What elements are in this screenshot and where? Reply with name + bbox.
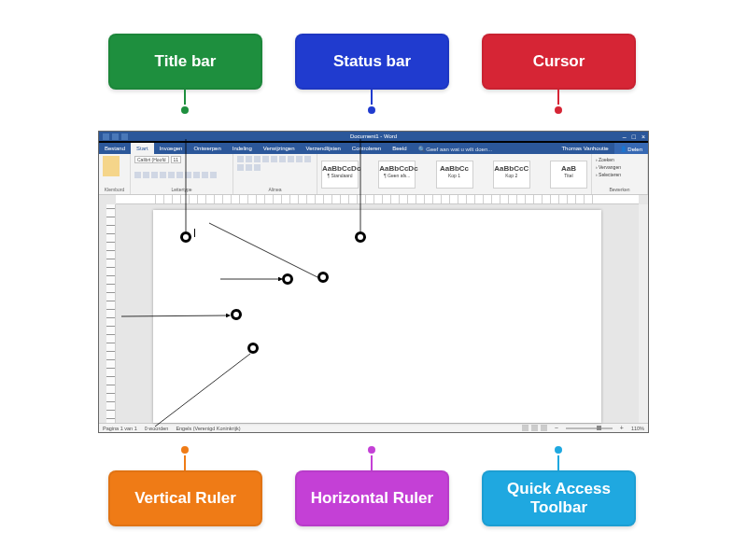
drop-target-1[interactable] [180,231,191,243]
label-title-bar[interactable]: Title bar [108,34,262,90]
style--standaard[interactable]: AaBbCcDc¶ Standaard [321,161,359,189]
close-icon[interactable]: × [641,133,645,140]
label-pin[interactable] [179,105,190,116]
status-bar: Pagina 1 van 1 0 woorden Engels (Verenig… [99,423,648,432]
tab-bestand[interactable]: Bestand [99,143,131,154]
ribbon-tabs[interactable]: BestandStartInvoegenOntwerpenIndelingVer… [99,143,648,154]
drop-target-2[interactable] [355,231,366,243]
font-size-select[interactable]: 11 [171,156,182,163]
tab-start[interactable]: Start [131,143,154,154]
label-vertical-ruler[interactable]: Vertical Ruler [108,470,262,526]
tab-ontwerpen[interactable]: Ontwerpen [188,143,226,154]
tab-verzendlijsten[interactable]: Verzendlijsten [300,143,345,154]
cursor [194,229,195,237]
label-pin[interactable] [553,105,564,116]
drop-target-5[interactable] [231,309,242,320]
ribbon-group-styles: AaBbCcDc¶ StandaardAaBbCcDc¶ Geen afs...… [317,154,592,194]
undo-icon[interactable] [112,133,119,140]
style-kop-1[interactable]: AaBbCcKop 1 [436,161,473,189]
label-quick-access-toolbar[interactable]: Quick Access Toolbar [482,470,636,526]
share-button[interactable]: 👤 Delen [614,143,648,154]
label-pin[interactable] [366,444,377,455]
zoom-slider[interactable] [566,427,613,429]
tell-me-search[interactable]: 🔍 Geef aan wat u wilt doen... [413,143,557,154]
style-kop-2[interactable]: AaBbCcCKop 2 [493,161,530,189]
editing-zoeken[interactable]: › Zoeken [596,156,643,163]
editing-vervangen[interactable]: › Vervangen [596,163,643,171]
page[interactable] [153,210,601,423]
label-pin[interactable] [553,444,564,455]
ribbon: Klembord Calibri (Hoofd 11 Lettertype Al… [99,154,648,195]
title-bar: Document1 - Word – □ × [99,132,648,143]
redo-icon[interactable] [121,133,128,140]
ribbon-group-clipboard: Klembord [99,154,131,194]
document-area [116,204,639,423]
ribbon-group-paragraph: Alinea [233,154,317,194]
vertical-ruler[interactable] [106,204,116,423]
paste-icon[interactable] [103,156,120,176]
tab-indeling[interactable]: Indeling [227,143,258,154]
label-pin[interactable] [366,105,377,116]
drop-target-4[interactable] [317,272,329,283]
editing-selecteren[interactable]: › Selecteren [596,171,643,178]
tab-verwijzingen[interactable]: Verwijzingen [258,143,301,154]
font-name-select[interactable]: Calibri (Hoofd [134,156,169,163]
style-titel[interactable]: AaBTitel [550,161,587,189]
save-icon[interactable] [103,133,109,140]
tab-beeld[interactable]: Beeld [387,143,412,154]
ribbon-group-font: Calibri (Hoofd 11 Lettertype [131,154,233,194]
ribbon-group-editing: › Zoeken› Vervangen› Selecteren Bewerken [592,154,648,194]
minimize-icon[interactable]: – [623,133,627,140]
label-pin[interactable] [179,444,190,455]
status-words[interactable]: 0 woorden [145,426,169,431]
tab-invoegen[interactable]: Invoegen [154,143,189,154]
window-controls[interactable]: – □ × [623,133,645,140]
drop-target-3[interactable] [282,273,293,285]
label-horizontal-ruler[interactable]: Horizontal Ruler [295,470,449,526]
tab-controleren[interactable]: Controleren [346,143,387,154]
style--geen-afs-[interactable]: AaBbCcDc¶ Geen afs... [378,161,416,189]
signed-in-user[interactable]: Thomas Vanhoutte [556,143,613,154]
quick-access-toolbar[interactable] [103,133,128,140]
horizontal-ruler[interactable] [116,195,639,204]
drop-target-6[interactable] [247,343,259,354]
status-page[interactable]: Pagina 1 van 1 [103,426,137,431]
label-status-bar[interactable]: Status bar [295,34,449,90]
status-language[interactable]: Engels (Verenigd Koninkrijk) [176,426,240,431]
word-window: Document1 - Word – □ × BestandStartInvoe… [98,131,649,433]
maximize-icon[interactable]: □ [632,133,636,140]
status-zoom[interactable]: 110% [631,426,644,431]
window-title: Document1 - Word [350,133,397,139]
vertical-scrollbar[interactable] [639,204,648,423]
view-icons[interactable] [522,425,547,431]
label-cursor[interactable]: Cursor [482,34,636,90]
